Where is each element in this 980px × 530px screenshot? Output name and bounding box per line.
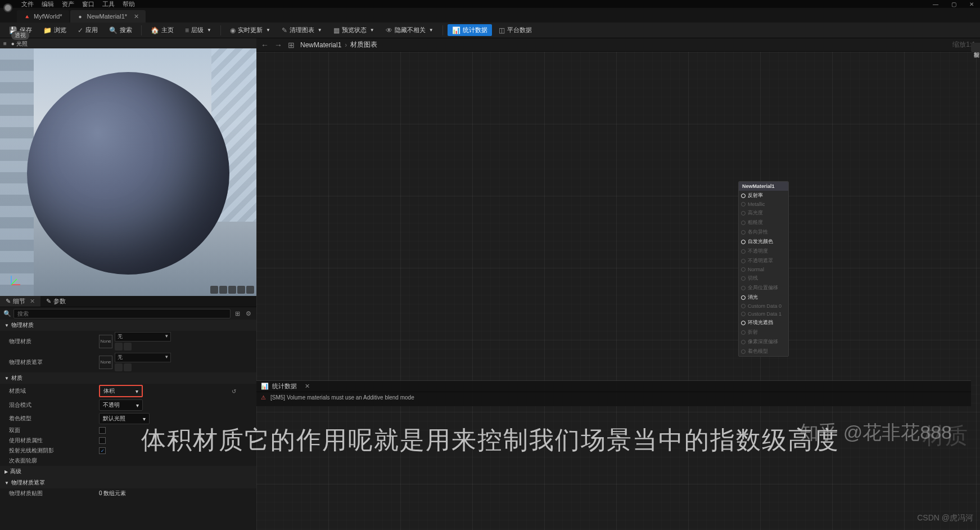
pin-socket-icon[interactable] (741, 340, 746, 344)
property-checkbox[interactable] (99, 427, 106, 434)
toolbar-button[interactable]: ≡层级▼ (180, 24, 216, 36)
pin-socket-icon[interactable] (741, 211, 746, 215)
pin-socket-icon[interactable] (741, 286, 746, 290)
toolbar-button[interactable]: ◉实时更新▼ (225, 24, 275, 36)
viewport-mode-button[interactable]: ● 光照 (11, 40, 29, 48)
menu-item[interactable]: 工具 (102, 0, 115, 8)
pin-socket-icon[interactable] (741, 221, 746, 225)
breadcrumb-leaf[interactable]: 材质图表 (350, 40, 377, 50)
browse-icon[interactable] (115, 343, 123, 351)
menu-item[interactable]: 窗口 (82, 0, 94, 8)
toolbar-button[interactable]: 🔍搜索 (105, 24, 137, 36)
property-section-header[interactable]: ▼物理材质遮罩 (0, 477, 256, 488)
node-input-pin[interactable]: 着色模型 (739, 347, 788, 356)
details-search-input[interactable] (13, 309, 231, 318)
tab-close-icon[interactable]: ✕ (134, 13, 139, 20)
browse-icon[interactable] (115, 363, 123, 371)
menu-item[interactable]: 文件 (21, 0, 34, 8)
menu-item[interactable]: 编辑 (42, 0, 54, 8)
toolbar-button[interactable]: ◫平台数据 (494, 24, 536, 36)
pin-socket-icon[interactable] (741, 321, 746, 325)
pin-socket-icon[interactable] (741, 276, 746, 281)
toolbar-button[interactable]: ✎清理图表▼ (277, 24, 327, 36)
pin-socket-icon[interactable] (741, 249, 746, 254)
node-input-pin[interactable]: 各向异性 (739, 227, 788, 237)
details-tab[interactable]: ✎细节✕ (0, 296, 40, 307)
pin-socket-icon[interactable] (741, 267, 746, 272)
node-input-pin[interactable]: Normal (739, 266, 788, 273)
pin-socket-icon[interactable] (741, 349, 746, 354)
cube-icon[interactable] (237, 286, 245, 294)
sphere-icon[interactable] (219, 286, 227, 294)
custom-mesh-icon[interactable] (246, 286, 254, 294)
viewport-mode-button[interactable]: 透视 (11, 31, 29, 40)
viewport-hamburger[interactable]: ≡ (3, 41, 7, 47)
node-input-pin[interactable]: 像素深度偏移 (739, 337, 788, 347)
stats-close-icon[interactable]: ✕ (305, 383, 310, 390)
pin-socket-icon[interactable] (741, 312, 746, 316)
toolbar-button[interactable]: ▦预览状态▼ (329, 24, 379, 36)
node-input-pin[interactable]: 消光 (739, 293, 788, 302)
property-dropdown[interactable]: 默认光照▾ (99, 413, 150, 424)
property-subsection-header[interactable]: ▶高级 (0, 466, 256, 477)
cylinder-icon[interactable] (210, 286, 218, 294)
palette-side-tab[interactable]: 控制板 (971, 43, 980, 52)
use-icon[interactable] (124, 363, 132, 371)
menu-item[interactable]: 帮助 (123, 0, 135, 8)
breadcrumb-root[interactable]: NewMaterial1 (300, 41, 341, 49)
property-dropdown[interactable]: 不透明▾ (99, 399, 143, 411)
nav-back-icon[interactable]: ← (261, 41, 269, 50)
pin-socket-icon[interactable] (741, 259, 746, 263)
pin-socket-icon[interactable] (741, 202, 746, 206)
pin-socket-icon[interactable] (741, 304, 746, 308)
close-button[interactable]: ✕ (963, 0, 980, 8)
menu-item[interactable]: 资产 (62, 0, 74, 8)
node-input-pin[interactable]: 全局位置偏移 (739, 283, 788, 293)
node-input-pin[interactable]: 折射 (739, 327, 788, 337)
material-preview-viewport[interactable] (0, 48, 256, 296)
node-input-pin[interactable]: 不透明度 (739, 246, 788, 256)
minimize-button[interactable]: — (927, 0, 944, 8)
property-section-header[interactable]: ▼物理材质 (0, 320, 256, 331)
node-input-pin[interactable]: 切线 (739, 273, 788, 283)
property-dropdown[interactable]: 体积▾ (99, 385, 143, 397)
asset-thumbnail[interactable]: None (99, 356, 112, 369)
toolbar-button[interactable]: 📁浏览 (39, 24, 71, 36)
pin-socket-icon[interactable] (741, 194, 746, 198)
toolbar-button[interactable]: ✓应用 (73, 24, 102, 36)
asset-thumbnail[interactable]: None (99, 335, 112, 348)
reset-icon[interactable]: ↺ (232, 388, 236, 394)
tab-close-icon[interactable]: ✕ (30, 298, 35, 305)
node-input-pin[interactable]: Metallic (739, 200, 788, 208)
asset-dropdown[interactable]: 无▾ (115, 332, 171, 342)
pin-socket-icon[interactable] (741, 295, 746, 300)
document-tab[interactable]: ●NewMaterial1*✕ (70, 10, 146, 23)
toolbar-button[interactable]: 👁隐藏不相关▼ (381, 24, 438, 36)
property-checkbox[interactable] (99, 447, 106, 454)
property-checkbox[interactable] (99, 437, 106, 444)
gear-icon[interactable]: ⚙ (244, 309, 253, 318)
pin-socket-icon[interactable] (741, 240, 746, 244)
pin-socket-icon[interactable] (741, 230, 746, 235)
node-input-pin[interactable]: 环境光遮挡 (739, 318, 788, 327)
node-input-pin[interactable]: 高光度 (739, 208, 788, 218)
toolbar-button[interactable]: 🏠主页 (146, 24, 178, 36)
material-output-node[interactable]: NewMaterial1 反射率Metallic高光度粗糙度各向异性自发光颜色不… (738, 181, 789, 357)
maximize-button[interactable]: ▢ (945, 0, 962, 8)
node-input-pin[interactable]: 不透明遮罩 (739, 256, 788, 266)
stats-tab[interactable]: 📊 统计数据 ✕ (256, 381, 971, 392)
toolbar-button[interactable]: 📊统计数据 (448, 24, 492, 36)
node-input-pin[interactable]: Custom Data 0 (739, 302, 788, 310)
asset-dropdown[interactable]: 无▾ (115, 353, 171, 362)
plane-icon[interactable] (228, 286, 236, 294)
details-tab[interactable]: ✎参数 (40, 296, 71, 307)
use-icon[interactable] (124, 343, 132, 351)
nav-home-icon[interactable]: ⊞ (288, 41, 295, 50)
material-graph[interactable]: NewMaterial1 反射率Metallic高光度粗糙度各向异性自发光颜色不… (256, 52, 980, 530)
node-input-pin[interactable]: 反射率 (739, 191, 788, 200)
node-input-pin[interactable]: Custom Data 1 (739, 310, 788, 318)
nav-forward-icon[interactable]: → (274, 41, 282, 50)
node-input-pin[interactable]: 自发光颜色 (739, 237, 788, 246)
property-section-header[interactable]: ▼材质 (0, 372, 256, 384)
pin-socket-icon[interactable] (741, 330, 746, 335)
